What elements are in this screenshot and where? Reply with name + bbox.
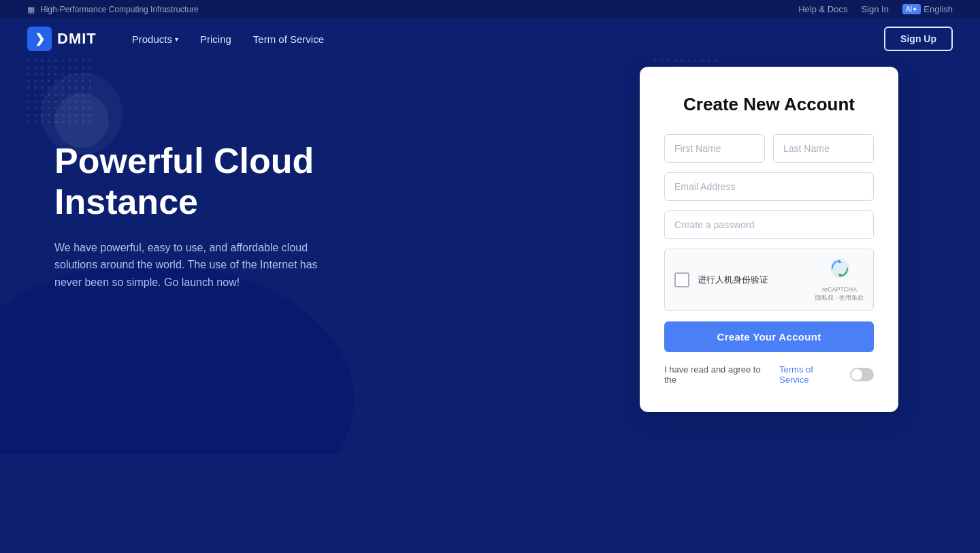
- recaptcha-right: reCAPTCHA隐私权 - 使用条款: [815, 257, 864, 302]
- password-input[interactable]: [664, 210, 874, 239]
- nav-terms[interactable]: Term of Service: [245, 29, 332, 49]
- first-name-input[interactable]: [664, 134, 765, 163]
- navbar-left: ❯ DMIT Products ▾ Pricing Term of Servic…: [27, 27, 332, 51]
- navbar: ❯ DMIT Products ▾ Pricing Term of Servic…: [0, 18, 980, 59]
- nav-products[interactable]: Products ▾: [124, 29, 186, 49]
- hero-spacer: [0, 454, 980, 553]
- register-card: Create New Account 进行人机身份验证 reCAPTCHA隐私权…: [640, 67, 898, 412]
- name-row: [664, 134, 874, 163]
- language-label: English: [924, 4, 953, 14]
- products-chevron-icon: ▾: [175, 35, 178, 43]
- recaptcha-brand: reCAPTCHA隐私权 - 使用条款: [815, 286, 864, 302]
- language-selector[interactable]: AI✦ English: [902, 4, 953, 14]
- terms-toggle[interactable]: [850, 368, 875, 381]
- register-title: Create New Account: [664, 94, 874, 115]
- top-bar-tagline: High-Performance Computing Infrastructur…: [40, 5, 199, 14]
- hero-subtitle: We have powerful, easy to use, and affor…: [54, 239, 340, 291]
- pricing-label: Pricing: [200, 33, 231, 45]
- signup-button[interactable]: Sign Up: [884, 27, 953, 51]
- recaptcha-left: 进行人机身份验证: [674, 272, 768, 287]
- nav-pricing[interactable]: Pricing: [192, 29, 240, 49]
- last-name-input[interactable]: [773, 134, 874, 163]
- create-account-button[interactable]: Create Your Account: [664, 321, 874, 352]
- hero-wave-circle: [0, 264, 354, 454]
- help-docs-link[interactable]: Help & Docs: [798, 4, 847, 14]
- top-bar-tagline-area: ▦ High-Performance Computing Infrastruct…: [27, 5, 199, 14]
- nav-links: Products ▾ Pricing Term of Service: [124, 29, 332, 49]
- signin-link[interactable]: Sign In: [861, 4, 888, 14]
- email-input[interactable]: [664, 172, 874, 201]
- terms-label: Term of Service: [253, 33, 324, 45]
- recaptcha-box[interactable]: 进行人机身份验证 reCAPTCHA隐私权 - 使用条款: [664, 249, 874, 311]
- recaptcha-label: 进行人机身份验证: [698, 274, 768, 286]
- ai-icon: AI✦: [902, 4, 921, 14]
- top-bar-actions: Help & Docs Sign In AI✦ English: [798, 4, 953, 14]
- password-group: [664, 210, 874, 239]
- products-label: Products: [132, 33, 172, 45]
- terms-link[interactable]: Terms of Service: [779, 364, 844, 385]
- logo-text: DMIT: [57, 30, 97, 48]
- recaptcha-checkbox[interactable]: [674, 272, 689, 287]
- logo[interactable]: ❯ DMIT: [27, 27, 97, 51]
- top-bar: ▦ High-Performance Computing Infrastruct…: [0, 0, 980, 18]
- terms-row: I have read and agree to the Terms of Se…: [664, 364, 874, 385]
- hero-content: Powerful Cloud Instance We have powerful…: [54, 100, 395, 291]
- email-group: [664, 172, 874, 201]
- hero-title: Powerful Cloud Instance: [54, 141, 395, 223]
- logo-icon: ❯: [27, 27, 52, 51]
- terms-text: I have read and agree to the: [664, 364, 774, 385]
- recaptcha-icon: [829, 257, 851, 283]
- server-icon: ▦: [27, 5, 35, 14]
